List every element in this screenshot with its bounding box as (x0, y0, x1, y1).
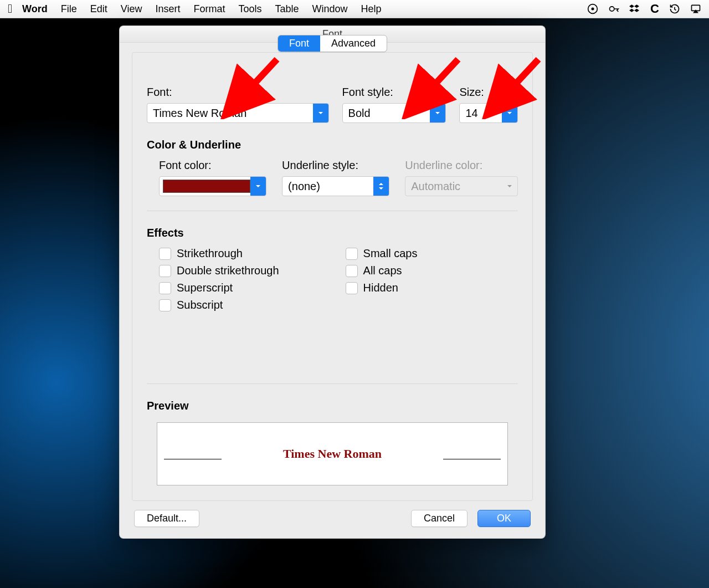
checkbox-strikethrough[interactable]: Strikethrough (159, 247, 279, 260)
ok-button[interactable]: OK (477, 510, 531, 527)
font-color-label: Font color: (159, 159, 266, 172)
font-dialog: Font Font Advanced Font: Times New Roman (119, 25, 546, 539)
dropbox-icon[interactable] (629, 3, 640, 14)
effects-heading: Effects (147, 227, 518, 239)
svg-point-2 (610, 7, 614, 11)
preview-text: Times New Roman (283, 447, 382, 461)
checkbox-all-caps[interactable]: All caps (346, 264, 418, 277)
tab-advanced[interactable]: Advanced (320, 35, 387, 52)
underline-color-dropdown: Automatic (405, 176, 518, 196)
menubar-help[interactable]: Help (361, 3, 382, 15)
preview-heading: Preview (147, 400, 518, 412)
menubar-tools[interactable]: Tools (239, 3, 262, 15)
refresh-icon[interactable]: C (650, 2, 659, 16)
size-value: 14 (460, 104, 502, 122)
preview-pane: Times New Roman (157, 422, 508, 485)
menubar-table[interactable]: Table (275, 3, 299, 15)
checkbox-hidden[interactable]: Hidden (346, 282, 418, 294)
menubar-view[interactable]: View (121, 3, 142, 15)
checkbox-small-caps[interactable]: Small caps (346, 247, 418, 260)
color-underline-heading: Color & Underline (147, 139, 518, 151)
font-style-dropdown[interactable]: Bold (342, 103, 446, 123)
font-style-label: Font style: (342, 86, 446, 99)
font-style-value: Bold (343, 104, 430, 122)
stepper-icon (373, 177, 389, 196)
dialog-footer: Default... Cancel OK (120, 501, 545, 538)
font-color-swatch (163, 180, 250, 193)
onepassword-icon[interactable] (587, 3, 598, 14)
chevron-down-icon (502, 177, 517, 196)
default-button[interactable]: Default... (134, 510, 199, 527)
underline-style-value: (none) (282, 177, 373, 196)
tab-font[interactable]: Font (278, 35, 320, 52)
airplay-icon[interactable] (690, 3, 701, 14)
font-value: Times New Roman (147, 104, 313, 122)
underline-style-label: Underline style: (282, 159, 389, 172)
menubar:  Word File Edit View Insert Format Tool… (0, 0, 709, 18)
menubar-format[interactable]: Format (194, 3, 225, 15)
menubar-file[interactable]: File (61, 3, 77, 15)
timemachine-icon[interactable] (669, 3, 680, 14)
size-dropdown[interactable]: 14 (459, 103, 518, 123)
chevron-down-icon (313, 104, 328, 122)
menubar-edit[interactable]: Edit (90, 3, 107, 15)
chevron-down-icon (250, 177, 266, 196)
underline-color-value: Automatic (405, 177, 502, 196)
checkbox-subscript[interactable]: Subscript (159, 299, 279, 311)
chevron-down-icon (430, 104, 445, 122)
menubar-tray: C (587, 2, 701, 16)
tab-segmented-control[interactable]: Font Advanced (278, 35, 387, 52)
preview-decoration (443, 459, 501, 459)
underline-color-label: Underline color: (405, 159, 518, 172)
menubar-insert[interactable]: Insert (155, 3, 180, 15)
cancel-button[interactable]: Cancel (411, 510, 467, 527)
preview-decoration (164, 459, 222, 459)
menubar-window[interactable]: Window (312, 3, 348, 15)
font-color-dropdown[interactable] (159, 176, 266, 196)
checkbox-double-strikethrough[interactable]: Double strikethrough (159, 264, 279, 277)
chevron-down-icon (502, 104, 517, 122)
menubar-app[interactable]: Word (22, 3, 48, 15)
font-label: Font: (147, 86, 329, 99)
desktop:  Word File Edit View Insert Format Tool… (0, 0, 709, 588)
checkbox-superscript[interactable]: Superscript (159, 282, 279, 294)
svg-point-1 (592, 8, 594, 11)
apple-menu-icon[interactable]:  (8, 2, 12, 16)
size-label: Size: (459, 86, 518, 99)
font-dropdown[interactable]: Times New Roman (147, 103, 329, 123)
key-icon[interactable] (608, 3, 619, 14)
underline-style-dropdown[interactable]: (none) (282, 176, 389, 196)
